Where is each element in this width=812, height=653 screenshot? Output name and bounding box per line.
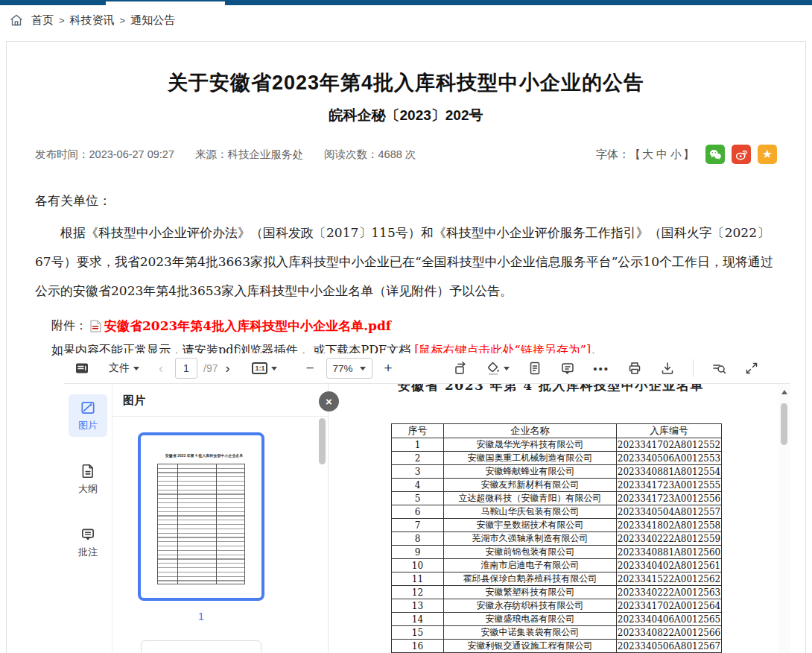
pdf-viewer: 文件 ‹ /97 › 1:1 − 77% bbox=[64, 353, 790, 653]
cell-company: 安徽蜂献蜂业有限公司 bbox=[444, 465, 617, 479]
breadcrumb-tech-news[interactable]: 科技资讯 bbox=[70, 13, 115, 28]
cell-company: 安徽晟华光学科技有限公司 bbox=[444, 438, 617, 452]
cell-company: 芜湖市久强轴承制造有限公司 bbox=[444, 532, 617, 546]
zoom-level-dropdown[interactable]: 77% bbox=[326, 358, 372, 379]
caret-down-icon bbox=[133, 367, 139, 370]
cell-company: 淮南市启迪电子有限公司 bbox=[444, 559, 617, 572]
pdf-document-view: 安徽省 2023 年第 4 批入库科技型中小企业名单 序号 企业名称 入库编号 bbox=[329, 384, 790, 653]
rail-item-images[interactable]: 图片 bbox=[69, 394, 107, 437]
attachment-link[interactable]: 安徽省2023年第4批入库科技型中小企业名单.pdf bbox=[104, 318, 391, 335]
zoom-level-value: 77% bbox=[333, 363, 353, 374]
thumbnail-panel-header: 图片 bbox=[112, 384, 328, 417]
cell-company: 安徽宇呈数据技术有限公司 bbox=[444, 519, 617, 532]
page-number-input[interactable] bbox=[175, 358, 197, 379]
cell-company: 安徽盛琅电器有限公司 bbox=[444, 613, 617, 626]
page-thumbnail-selected[interactable]: 安徽省 2023 年第 4 批入库科技型中小企业名单 bbox=[138, 432, 264, 601]
favorite-star-icon[interactable]: ★ bbox=[758, 145, 777, 164]
search-in-document-icon[interactable] bbox=[711, 361, 726, 376]
cell-index: 14 bbox=[392, 613, 444, 626]
cell-code: 2023341802A8012558 bbox=[617, 519, 722, 532]
cell-code: 2023340506A8012567 bbox=[617, 640, 722, 653]
cell-code: 2023340506A0012553 bbox=[617, 452, 722, 465]
table-row: 3 安徽蜂献蜂业有限公司 2023340881A8012554 bbox=[392, 465, 722, 479]
thumbnail-panel: 图片 安徽省 2023 年第 4 批入库科技型中小企业名单 1 bbox=[112, 384, 329, 653]
cell-company: 安徽前锦包装有限公司 bbox=[444, 546, 617, 559]
font-size-large[interactable]: 大 bbox=[642, 148, 653, 160]
table-row: 16 安徽利银交通设施工程有限公司 2023340506A8012567 bbox=[392, 640, 722, 653]
background-color-dropdown[interactable] bbox=[486, 361, 510, 376]
font-size-small[interactable]: 小 bbox=[670, 148, 682, 160]
wechat-share-button[interactable] bbox=[705, 145, 725, 164]
page-thumbnail-next[interactable] bbox=[141, 640, 261, 653]
rail-item-annotations[interactable]: 批注 bbox=[69, 521, 107, 564]
thumbnail-doc-title: 安徽省 2023 年第 4 批入库科技型中小企业名单 bbox=[148, 453, 260, 458]
print-icon[interactable] bbox=[627, 361, 642, 376]
cell-index: 8 bbox=[392, 532, 444, 546]
cell-code: 2023340504A8012557 bbox=[617, 505, 722, 519]
font-size-medium[interactable]: 中 bbox=[656, 148, 667, 160]
cell-company: 安徽友邦新材料有限公司 bbox=[444, 479, 617, 492]
pdf-file-icon bbox=[90, 320, 101, 332]
cell-code: 2023340881A8012560 bbox=[617, 546, 722, 559]
company-table: 序号 企业名称 入库编号 1 安徽晟华光学科技有限公司 202 bbox=[391, 423, 722, 653]
notes-list-icon[interactable] bbox=[527, 361, 542, 376]
panel-scrollbar-thumb[interactable] bbox=[319, 418, 326, 464]
pdf-toolbar-right: ••• bbox=[453, 359, 780, 377]
fill-color-icon bbox=[486, 361, 501, 376]
download-icon[interactable] bbox=[660, 361, 675, 376]
next-page-button[interactable]: › bbox=[225, 362, 229, 375]
document-scrollbar[interactable] bbox=[778, 384, 790, 653]
scrollbar-thumb[interactable] bbox=[781, 403, 787, 445]
font-label-close: 】 bbox=[683, 148, 694, 160]
cell-code: 2023341723A0012555 bbox=[617, 479, 722, 492]
comment-icon[interactable] bbox=[560, 361, 575, 376]
sidebar-toggle-icon[interactable] bbox=[74, 361, 89, 376]
attachment-row: 附件： 安徽省2023年第4批入库科技型中小企业名单.pdf bbox=[7, 318, 805, 335]
cell-company: 安徽国奥重工机械制造有限公司 bbox=[444, 452, 617, 465]
cell-code: 2023340406A0012565 bbox=[617, 613, 722, 626]
outline-icon bbox=[80, 463, 96, 479]
file-menu[interactable]: 文件 bbox=[109, 362, 139, 375]
breadcrumb: 首页 > 科技资讯 > 通知公告 bbox=[9, 11, 175, 29]
fit-ratio-label: 1:1 bbox=[252, 362, 267, 374]
scroll-up-icon[interactable] bbox=[781, 390, 787, 394]
fullscreen-icon[interactable] bbox=[744, 361, 759, 376]
breadcrumb-home[interactable]: 首页 bbox=[31, 13, 54, 28]
attachment-label: 附件： bbox=[51, 318, 87, 334]
rotate-page-icon[interactable] bbox=[453, 361, 468, 376]
close-panel-button[interactable]: × bbox=[319, 391, 339, 411]
pdf-page: 安徽省 2023 年第 4 批入库科技型中小企业名单 序号 企业名称 入库编号 bbox=[329, 384, 773, 653]
toolbar-divider bbox=[693, 359, 694, 377]
more-tools-button[interactable]: ••• bbox=[593, 362, 609, 375]
weibo-share-button[interactable] bbox=[732, 145, 751, 164]
cell-company: 安徽中诺集装袋有限公司 bbox=[444, 626, 617, 640]
zoom-in-button[interactable]: + bbox=[384, 360, 393, 376]
fit-ratio-dropdown[interactable]: 1:1 bbox=[252, 362, 277, 374]
caret-down-icon bbox=[360, 367, 366, 370]
breadcrumb-notices[interactable]: 通知公告 bbox=[130, 13, 175, 28]
article-meta: 发布时间：2023-06-27 09:27 来源：科技企业服务处 阅读次数：46… bbox=[35, 148, 416, 162]
table-row: 5 立达超微科技（安徽青阳）有限公司 2023341723A0012556 bbox=[392, 492, 722, 505]
cell-company: 安徽繁塑科技有限公司 bbox=[444, 586, 617, 599]
previous-page-button[interactable]: ‹ bbox=[159, 362, 163, 375]
rail-item-outline[interactable]: 大纲 bbox=[69, 458, 107, 500]
cell-company: 安徽永存纺织科技有限公司 bbox=[444, 599, 617, 613]
header-company: 企业名称 bbox=[444, 424, 617, 438]
table-row: 7 安徽宇呈数据技术有限公司 2023341802A8012558 bbox=[392, 519, 722, 532]
rail-item-label: 批注 bbox=[78, 546, 98, 559]
document-number: 皖科企秘〔2023〕202号 bbox=[7, 106, 805, 125]
article-tools: 字体：【大中小】 bbox=[596, 145, 777, 164]
page-title: 关于安徽省2023年第4批入库科技型中小企业的公告 bbox=[7, 69, 805, 96]
cell-company: 安徽利银交通设施工程有限公司 bbox=[444, 640, 617, 653]
table-row: 10 淮南市启迪电子有限公司 2023340402A8012561 bbox=[392, 559, 722, 572]
cell-index: 6 bbox=[392, 505, 444, 519]
table-row: 11 霍邱县保珍白鹅养殖科技有限公司 2023341522A0012562 bbox=[392, 572, 722, 586]
table-row: 13 安徽永存纺织科技有限公司 2023341702A0012564 bbox=[392, 599, 722, 613]
table-row: 1 安徽晟华光学科技有限公司 2023341702A8012552 bbox=[392, 438, 722, 452]
cell-code: 2023340222A8012559 bbox=[617, 532, 722, 546]
home-icon[interactable] bbox=[9, 13, 24, 28]
cell-index: 12 bbox=[392, 586, 444, 599]
zoom-out-button[interactable]: − bbox=[305, 360, 314, 376]
header-code: 入库编号 bbox=[617, 424, 722, 438]
cell-code: 2023341702A0012564 bbox=[617, 599, 722, 613]
